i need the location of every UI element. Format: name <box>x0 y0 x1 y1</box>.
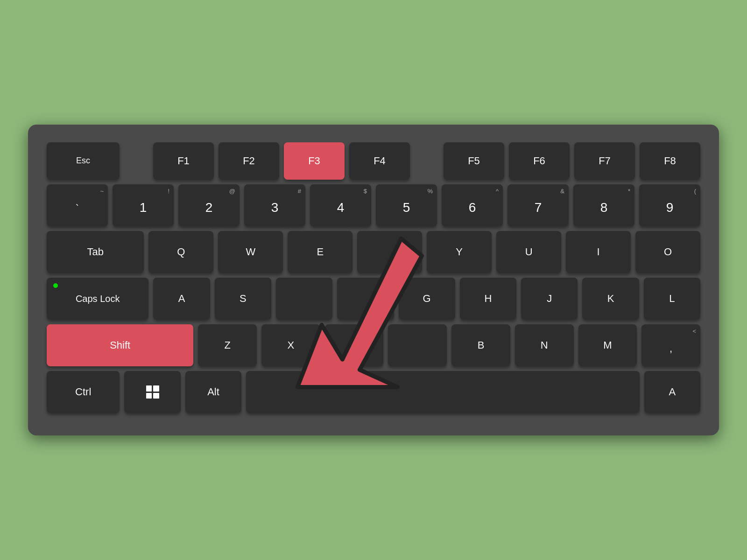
key-1[interactable]: ! 1 <box>113 184 174 226</box>
function-key-row: Esc F1 F2 F3 F4 F5 F6 F7 F8 <box>47 142 700 180</box>
key-j[interactable]: J <box>521 278 578 320</box>
key-f6[interactable]: F6 <box>509 142 570 180</box>
key-tab-label: Tab <box>87 246 103 258</box>
key-8[interactable]: * 8 <box>573 184 634 226</box>
key-u[interactable]: U <box>496 231 561 273</box>
key-v[interactable]: V <box>388 324 447 366</box>
key-f8[interactable]: F8 <box>640 142 700 180</box>
number-row: ~ ` ! 1 @ 2 # 3 $ 4 % 5 ^ 6 & 7 <box>47 184 700 226</box>
key-alt[interactable]: Alt <box>185 371 241 413</box>
key-c[interactable]: C <box>325 324 384 366</box>
key-f7-label: F7 <box>599 155 611 167</box>
key-f4[interactable]: F4 <box>349 142 410 180</box>
key-n[interactable]: N <box>515 324 574 366</box>
key-y[interactable]: Y <box>427 231 492 273</box>
key-a[interactable]: A <box>153 278 210 320</box>
key-space[interactable] <box>246 371 639 413</box>
key-altgr-label: A <box>669 386 676 398</box>
key-f4-label: F4 <box>374 155 386 167</box>
key-f2[interactable]: F2 <box>218 142 279 180</box>
key-9[interactable]: ( 9 <box>639 184 700 226</box>
key-d[interactable]: D <box>276 278 332 320</box>
key-ctrl-label: Ctrl <box>75 386 91 398</box>
capslock-indicator <box>53 283 58 288</box>
key-x[interactable]: X <box>261 324 320 366</box>
key-f[interactable]: F <box>337 278 394 320</box>
key-f5-label: F5 <box>468 155 480 167</box>
key-shift[interactable]: Shift <box>47 324 193 366</box>
key-7[interactable]: & 7 <box>507 184 569 226</box>
key-shift-label: Shift <box>110 339 130 351</box>
key-5[interactable]: % 5 <box>376 184 437 226</box>
key-capslock-label: Caps Lock <box>76 294 120 304</box>
key-altgr[interactable]: A <box>644 371 700 413</box>
key-esc[interactable]: Esc <box>47 142 120 180</box>
key-k[interactable]: K <box>582 278 639 320</box>
zxcv-row: Shift Z X C V B N M < , <box>47 324 700 366</box>
key-6[interactable]: ^ 6 <box>442 184 503 226</box>
key-g[interactable]: G <box>399 278 455 320</box>
bottom-row: Ctrl Alt A <box>47 371 700 413</box>
key-e[interactable]: E <box>288 231 352 273</box>
key-backtick[interactable]: ~ ` <box>47 184 108 226</box>
key-f1[interactable]: F1 <box>153 142 214 180</box>
key-f7[interactable]: F7 <box>574 142 635 180</box>
key-m[interactable]: M <box>578 324 637 366</box>
key-b[interactable]: B <box>451 324 510 366</box>
key-alt-label: Alt <box>207 386 219 398</box>
key-f6-label: F6 <box>533 155 545 167</box>
key-f8-label: F8 <box>664 155 676 167</box>
keyboard: Esc F1 F2 F3 F4 F5 F6 F7 F8 ~ <box>28 125 719 435</box>
key-r[interactable]: R <box>357 231 422 273</box>
key-f2-label: F2 <box>243 155 255 167</box>
key-capslock[interactable]: Caps Lock <box>47 278 148 320</box>
key-f3[interactable]: F3 <box>284 142 345 180</box>
key-h[interactable]: H <box>460 278 516 320</box>
key-z[interactable]: Z <box>198 324 257 366</box>
asdf-row: Caps Lock A S D F G H J K L <box>47 278 700 320</box>
key-comma[interactable]: < , <box>641 324 700 366</box>
key-o[interactable]: O <box>635 231 700 273</box>
key-tab[interactable]: Tab <box>47 231 144 273</box>
key-4[interactable]: $ 4 <box>310 184 371 226</box>
key-f5[interactable]: F5 <box>444 142 504 180</box>
key-w[interactable]: W <box>218 231 283 273</box>
windows-icon <box>146 385 159 399</box>
key-3[interactable]: # 3 <box>244 184 305 226</box>
key-esc-label: Esc <box>76 156 90 166</box>
key-win[interactable] <box>124 371 180 413</box>
key-f1-label: F1 <box>177 155 190 167</box>
key-s[interactable]: S <box>215 278 271 320</box>
key-2[interactable]: @ 2 <box>178 184 240 226</box>
qwerty-row: Tab Q W E R Y U I O <box>47 231 700 273</box>
key-l[interactable]: L <box>644 278 700 320</box>
key-q[interactable]: Q <box>148 231 213 273</box>
key-i[interactable]: I <box>566 231 631 273</box>
key-f3-label: F3 <box>308 155 320 167</box>
key-ctrl[interactable]: Ctrl <box>47 371 120 413</box>
